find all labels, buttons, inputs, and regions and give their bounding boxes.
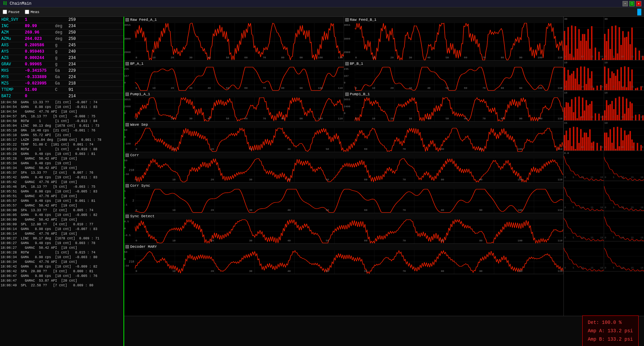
side-chart-1-0: 1005101518	[564, 60, 604, 90]
status-table: HDR_SVY 1 259 INC 89.99 deg 234 AZM 269.…	[0, 17, 123, 100]
status-row: MZS -0.023995 Ga 218	[0, 80, 123, 87]
status-value: 269.96	[23, 30, 54, 36]
pause-checkbox[interactable]	[3, 10, 7, 14]
status-unit: Ga	[54, 68, 67, 74]
app-title: ChainMain	[10, 1, 32, 6]
side-chart-5-1: 05101518	[604, 181, 644, 211]
status-num: 240	[67, 49, 123, 55]
chart-corr-left: Corr500-500102030405060708090100110218	[124, 152, 563, 182]
y-labels-pump1-right: 365524000	[344, 97, 355, 115]
log-line: 18:04:58 ROTW 1 [1 cnt] -0.013 : 84	[1, 119, 123, 124]
y-labels-bp-right: 2351670	[344, 67, 355, 85]
status-unit: g	[54, 49, 67, 55]
y-labels-raw_feed-left: 365530002000	[124, 23, 135, 54]
side-chart-0-0: 3005101518	[564, 17, 604, 60]
status-unit: g	[54, 55, 67, 61]
status-num: 234	[67, 23, 123, 30]
y-labels-decoder_mary-left: 500-50	[124, 250, 135, 268]
status-value: 0.959463	[23, 49, 54, 55]
side-chart-0-1: 3005101518	[604, 17, 644, 60]
chart-canvas-raw_feed-left: 3655300020000102030405060708090100110	[124, 23, 344, 60]
chart-canvas-sync_detect-left: 0.50-0.50102030405060708090100110	[124, 219, 563, 243]
status-name: TTEMP	[0, 87, 23, 93]
chart-title-bp-left: BP_A_1	[124, 61, 344, 67]
status-value: 51.00	[23, 87, 54, 93]
meas-checkbox[interactable]	[25, 10, 29, 14]
log-line: 18:06:34 GAMA 8.98 cps [18 cnt] -0.003 :…	[1, 255, 123, 260]
status-row: BAT2 0 214	[0, 93, 123, 100]
side-chart-pair-6: 0510151805101518	[564, 211, 644, 241]
side-chart-2-1: 1605101518	[604, 91, 644, 120]
status-name: INC	[0, 23, 23, 30]
y-labels-corr_sync-left: 10-1	[124, 189, 135, 207]
close-button[interactable]: ✕	[636, 1, 641, 6]
chart-title-corr_sync-left: Corr Sync	[124, 183, 563, 189]
status-unit: deg	[54, 36, 67, 42]
chart-title-pump1-left: Pump1_A_1	[124, 91, 344, 97]
log-line: 18:05:51 GAMA 8.98 cps [18 cnt] -0.005 :…	[1, 189, 123, 194]
log-line: 18:05:42 GAMA 9.48 cps [19 cnt] -0.011 :…	[1, 175, 123, 180]
toolbar: Pause Meas	[0, 7, 644, 17]
chart-row-corr: Corr500-500102030405060708090100110218	[124, 152, 563, 183]
log-line: 18:04:54 GAMAC 47.76 API [18 cnt]	[1, 110, 123, 114]
side-chart-svg-0-1	[604, 17, 644, 60]
log-line: 18:06:47 GAMAC 53.07 API [20 cnt]	[1, 279, 123, 283]
log-line: 18:05:57 GAMA 9.48 cps [19 cnt] 0.001 : …	[1, 199, 123, 204]
status-name: HDR_SVY	[0, 17, 23, 23]
side-chart-2-0: 1605101518	[564, 91, 604, 120]
log-line: 18:06:09 SPL 12.98 ?? [4 cnt] 0.010 : 77	[1, 222, 123, 227]
chart-row-corr_sync: Corr Sync10-101020304050607080901001102	[124, 183, 563, 213]
det-label: Det: 100.0 %	[588, 319, 633, 327]
status-unit: g	[54, 42, 67, 49]
status-row: TTEMP 51.00 C 91	[0, 87, 123, 93]
side-chart-pair-4: 0.80510151805101518	[564, 151, 644, 181]
chart-corr_sync-left: Corr Sync10-101020304050607080901001102	[124, 183, 563, 213]
maximize-button[interactable]: □	[629, 1, 635, 6]
log-panel: 18:04:50 GAMA 13.33 ?? [21 cnt] -0.007 :…	[0, 100, 123, 346]
chart-raw_feed-right: Raw Feed_B_13655300020000102030405060708…	[344, 17, 564, 60]
status-value: 0.280586	[23, 42, 54, 49]
log-line: 18:06:34 GAMAC 47.76 API [18 cnt]	[1, 260, 123, 265]
chart-row-raw_feed: Raw Feed_A_13655300020000102030405060708…	[124, 17, 563, 61]
title-bar: ⛓ ChainMain – □ ✕	[0, 0, 644, 7]
status-num: 250	[67, 36, 123, 42]
side-chart-3-1: 1905101518	[604, 121, 644, 151]
log-line: 18:05:04 LINC 90.13 deg [1678 cnt] 0.011…	[1, 124, 123, 128]
chart-row-wave_sep: Wave Sep500-1000102030405060708090100110	[124, 122, 563, 152]
side-chart-pair-2: 16051015181605101518	[564, 91, 644, 121]
log-line: 18:04:50 GAMA 13.33 ?? [21 cnt] -0.007 :…	[1, 100, 123, 105]
chart-row-sync_detect: Sync Detect0.50-0.5010203040506070809010…	[124, 213, 563, 244]
status-num: 91	[67, 87, 123, 93]
side-chart-pair-7: 0510151805101518	[564, 241, 644, 272]
meas-checkbox-label[interactable]: Meas	[25, 10, 39, 14]
status-name: MYS	[0, 74, 23, 80]
log-line: 18:05:17 LAZM 269.84 deg [1480 cnt] 0.00…	[1, 138, 123, 142]
chart-title-decoder_mary-left: Decoder MARY	[124, 244, 563, 250]
status-value: 0.99965	[23, 61, 54, 68]
pause-checkbox-label[interactable]: Pause	[3, 10, 19, 14]
log-line: 18:05:34 GAMA 9.48 cps [19 cnt]	[1, 161, 123, 166]
log-line: 18:06:14 GAMA 8.98 cps [18 cnt] -0.007 :…	[1, 227, 123, 232]
status-value: 264.023	[23, 36, 54, 42]
minimize-button[interactable]: –	[623, 1, 628, 6]
status-row: INC 89.99 deg 234	[0, 23, 123, 30]
x-labels-decoder_mary-left: 0102030405060708090100110	[135, 268, 563, 274]
log-line: 18:06:49 SPL 22.58 ?? [7 cnt] 0.009 : 80	[1, 283, 123, 288]
status-row: HDR_SVY 1 259	[0, 17, 123, 23]
log-line: 18:05:51 GAMAC 47.76 API [18 cnt]	[1, 194, 123, 199]
chart-pump1-right: Pump1_B_13655240000102030405060708090100…	[344, 91, 564, 121]
chart-row-pump1: Pump1_A_13655240000102030405060708090100…	[124, 91, 563, 122]
side-chart-4-0: 0.805101518	[564, 151, 604, 181]
log-line: 18:06:42 GAMA 9.98 cps [18 cnt] -0.009 :…	[1, 265, 123, 269]
status-num: 218	[67, 80, 123, 87]
status-value: 89.99	[23, 23, 54, 30]
chart-row-decoder_mary: Decoder MARY500-500102030405060708090100…	[124, 244, 563, 274]
title-bar-controls[interactable]: – □ ✕	[623, 1, 641, 6]
x-labels-pump1-right: 0102030405060708090100110	[355, 115, 563, 121]
log-line: 18:05:34 GAMAC 50.42 API [19 cnt]	[1, 166, 123, 171]
status-value: -0.341575	[23, 68, 54, 74]
status-row: AZMu 264.023 deg 250	[0, 36, 123, 42]
status-name: AXS	[0, 42, 23, 49]
status-name: AZS	[0, 55, 23, 61]
side-chart-1-1: 1005101518	[604, 60, 644, 90]
